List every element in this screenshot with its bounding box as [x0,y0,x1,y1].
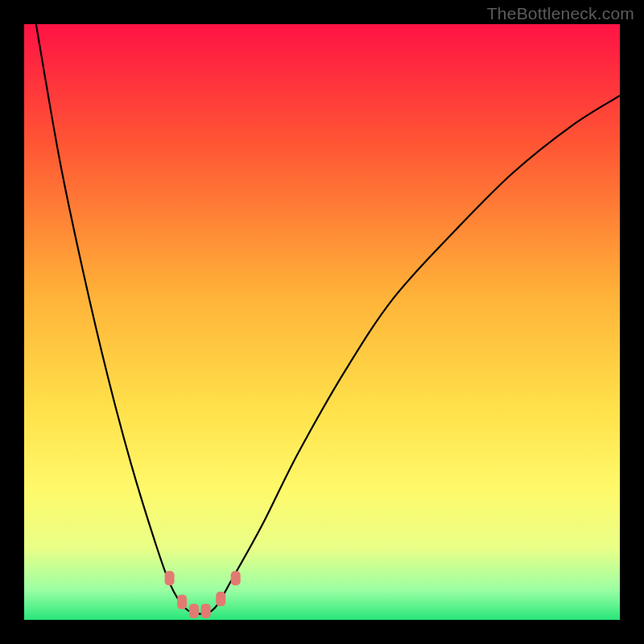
gradient-background [24,24,620,620]
plot-area [24,24,620,620]
watermark-text: TheBottleneck.com [487,4,634,23]
chart-frame: TheBottleneck.com [0,0,644,644]
svg-rect-0 [24,24,620,620]
